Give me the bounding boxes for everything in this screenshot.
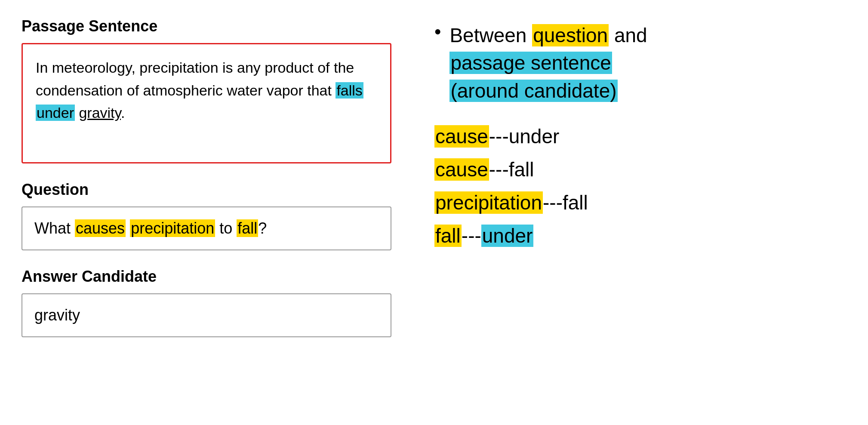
rel3-word1: precipitation	[434, 191, 543, 214]
question-to: to	[215, 219, 237, 237]
bullet-line3: (around candidate)	[449, 77, 647, 105]
bullet-and: and	[609, 24, 647, 46]
question-mark: ?	[258, 219, 267, 237]
question-what: What	[34, 219, 75, 237]
bullet-text: Between question and passage sentence (a…	[449, 22, 647, 105]
rel1-sep: ---under	[489, 125, 560, 148]
bullet-between: Between	[449, 24, 532, 46]
bullet-question: question	[532, 24, 609, 46]
bullet-item: • Between question and passage sentence …	[434, 22, 846, 105]
rel2-sep: ---fall	[489, 158, 534, 181]
question-space1	[126, 219, 130, 237]
rel4-word2: under	[481, 225, 534, 247]
bullet-line1: Between question and	[449, 22, 647, 49]
bullet-dot: •	[434, 22, 441, 42]
passage-space2	[75, 105, 79, 121]
rel2-word1: cause	[434, 158, 489, 181]
passage-period: .	[121, 105, 125, 121]
passage-label: Passage Sentence	[22, 17, 391, 35]
answer-text: gravity	[34, 306, 80, 324]
rel1-word1: cause	[434, 125, 489, 148]
rel4-word1: fall	[434, 225, 462, 247]
relation-row-4: fall---under	[434, 221, 846, 251]
rel4-sep: ---	[462, 225, 481, 247]
right-panel: • Between question and passage sentence …	[409, 17, 846, 408]
left-panel: Passage Sentence In meteorology, precipi…	[22, 17, 409, 408]
bullet-line2: passage sentence	[449, 49, 647, 77]
answer-box: gravity	[22, 293, 391, 337]
passage-box: In meteorology, precipitation is any pro…	[22, 43, 391, 163]
question-causes: causes	[75, 219, 126, 237]
bullet-passage-sentence: passage sentence	[449, 52, 612, 74]
relation-row-2: cause---fall	[434, 155, 846, 185]
passage-gravity: gravity	[79, 105, 121, 121]
passage-under: under	[36, 105, 75, 121]
relation-row-1: cause---under	[434, 122, 846, 151]
bullet-around-candidate: (around candidate)	[449, 80, 617, 102]
rel3-sep: ---fall	[543, 191, 588, 214]
question-fall: fall	[237, 219, 258, 237]
passage-falls: falls	[336, 82, 363, 99]
passage-text-1: In meteorology, precipitation is any pro…	[36, 59, 354, 99]
question-label: Question	[22, 181, 391, 199]
relations-section: cause---under cause---fall precipitation…	[434, 122, 846, 251]
question-box: What causes precipitation to fall?	[22, 206, 391, 250]
relation-row-3: precipitation---fall	[434, 188, 846, 218]
question-precipitation: precipitation	[130, 219, 215, 237]
answer-label: Answer Candidate	[22, 268, 391, 286]
